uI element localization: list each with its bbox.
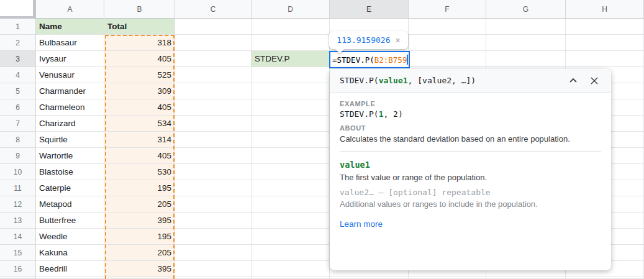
learn-more-link[interactable]: Learn more (340, 219, 383, 229)
cell-D2[interactable] (252, 35, 330, 51)
cell-B15[interactable]: 205 (104, 245, 175, 261)
column-header-H[interactable]: H (566, 0, 644, 19)
cell-H1[interactable] (566, 19, 644, 35)
cell-A10[interactable]: Blastoise (36, 164, 104, 180)
cell-C4[interactable] (175, 67, 252, 83)
cell-A16[interactable]: Beedrill (36, 261, 104, 277)
column-header-B[interactable]: B (104, 0, 175, 19)
column-header-C[interactable]: C (175, 0, 252, 19)
cell-D4[interactable] (252, 67, 330, 83)
column-header-D[interactable]: D (252, 0, 330, 19)
cell-C3[interactable] (175, 51, 252, 67)
cell-F1[interactable] (409, 19, 486, 35)
tooltip-close-icon[interactable]: × (395, 35, 400, 45)
cell-D1[interactable] (252, 19, 330, 35)
row-header-12[interactable]: 12 (0, 196, 36, 213)
cell-B6[interactable]: 405 (104, 99, 175, 116)
cell-C1[interactable] (175, 19, 252, 35)
row-header-8[interactable]: 8 (0, 132, 36, 148)
row-header-13[interactable]: 13 (0, 213, 36, 229)
cell-H3[interactable] (566, 51, 644, 67)
cell-C14[interactable] (175, 229, 252, 245)
row-header-15[interactable]: 15 (0, 245, 36, 261)
close-icon[interactable] (587, 74, 601, 88)
cell-A12[interactable]: Metapod (36, 196, 104, 213)
row-header-6[interactable]: 6 (0, 99, 36, 116)
cell-A14[interactable]: Weedle (36, 229, 104, 245)
row-header-14[interactable]: 14 (0, 229, 36, 245)
row-header-7[interactable]: 7 (0, 116, 36, 132)
cell-D11[interactable] (252, 180, 330, 196)
cell-B10[interactable]: 530 (104, 164, 175, 180)
row-header-2[interactable]: 2 (0, 35, 36, 51)
cell-D7[interactable] (252, 116, 330, 132)
row-header-9[interactable]: 9 (0, 148, 36, 164)
cell-B5[interactable]: 309 (104, 83, 175, 99)
cell-D13[interactable] (252, 213, 330, 229)
cell-D5[interactable] (252, 83, 330, 99)
cell-A9[interactable]: Wartortle (36, 148, 104, 164)
cell-D10[interactable] (252, 164, 330, 180)
row-header-3[interactable]: 3 (0, 51, 36, 67)
cell-C16[interactable] (175, 261, 252, 277)
formula-input-cell-E3[interactable]: =STDEV.P(B2:B759 (329, 51, 410, 68)
cell-F2[interactable] (409, 35, 486, 51)
cell-G3[interactable] (486, 51, 566, 67)
cell-C6[interactable] (175, 99, 252, 116)
cell-B7[interactable]: 534 (104, 116, 175, 132)
select-all-corner[interactable] (0, 0, 36, 19)
cell-D6[interactable] (252, 99, 330, 116)
cell-C15[interactable] (175, 245, 252, 261)
cell-A7[interactable]: Charizard (36, 116, 104, 132)
cell-B3[interactable]: 405 (104, 51, 175, 67)
cell-H2[interactable] (566, 35, 644, 51)
cell-B8[interactable]: 314 (104, 132, 175, 148)
row-header-4[interactable]: 4 (0, 67, 36, 83)
cell-B14[interactable]: 195 (104, 229, 175, 245)
cell-A13[interactable]: Butterfree (36, 213, 104, 229)
cell-G2[interactable] (486, 35, 566, 51)
cell-G1[interactable] (486, 19, 566, 35)
cell-B12[interactable]: 205 (104, 196, 175, 213)
cell-D16[interactable] (252, 261, 330, 277)
column-header-G[interactable]: G (486, 0, 566, 19)
cell-D15[interactable] (252, 245, 330, 261)
cell-C8[interactable] (175, 132, 252, 148)
cell-D14[interactable] (252, 229, 330, 245)
row-header-11[interactable]: 11 (0, 180, 36, 196)
cell-B2[interactable]: 318 (104, 35, 175, 51)
cell-A3[interactable]: Ivysaur (36, 51, 104, 67)
cell-C13[interactable] (175, 213, 252, 229)
row-header-1[interactable]: 1 (0, 19, 36, 35)
cell-A11[interactable]: Caterpie (36, 180, 104, 196)
row-header-16[interactable]: 16 (0, 261, 36, 277)
collapse-chevron-icon[interactable] (566, 74, 580, 88)
cell-A6[interactable]: Charmeleon (36, 99, 104, 116)
cell-A1[interactable]: Name (36, 19, 104, 35)
cell-A5[interactable]: Charmander (36, 83, 104, 99)
cell-D9[interactable] (252, 148, 330, 164)
cell-B1[interactable]: Total (104, 19, 175, 35)
cell-B11[interactable]: 195 (104, 180, 175, 196)
column-header-A[interactable]: A (36, 0, 104, 19)
cell-A8[interactable]: Squirtle (36, 132, 104, 148)
column-header-E[interactable]: E (330, 0, 409, 19)
cell-A15[interactable]: Kakuna (36, 245, 104, 261)
cell-B9[interactable]: 405 (104, 148, 175, 164)
cell-B13[interactable]: 395 (104, 213, 175, 229)
cell-A2[interactable]: Bulbasaur (36, 35, 104, 51)
cell-D12[interactable] (252, 196, 330, 213)
cell-B16[interactable]: 395 (104, 261, 175, 277)
cell-C7[interactable] (175, 116, 252, 132)
row-header-5[interactable]: 5 (0, 83, 36, 99)
cell-C2[interactable] (175, 35, 252, 51)
row-header-10[interactable]: 10 (0, 164, 36, 180)
cell-C9[interactable] (175, 148, 252, 164)
cell-A4[interactable]: Venusaur (36, 67, 104, 83)
cell-C10[interactable] (175, 164, 252, 180)
cell-C12[interactable] (175, 196, 252, 213)
cell-C5[interactable] (175, 83, 252, 99)
cell-C11[interactable] (175, 180, 252, 196)
cell-F3[interactable] (409, 51, 486, 67)
cell-D3[interactable]: STDEV.P (252, 51, 330, 67)
